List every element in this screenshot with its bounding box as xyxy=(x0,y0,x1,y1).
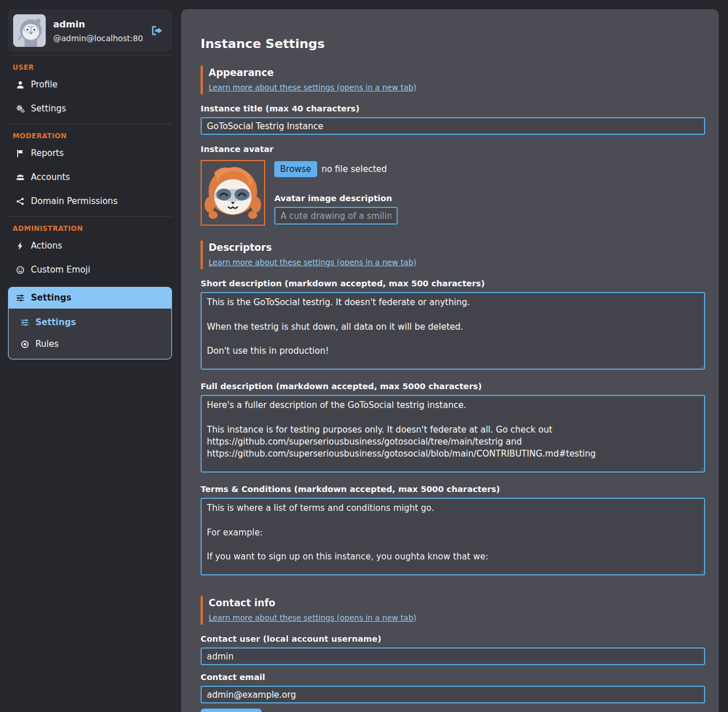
sidebar-item-settings-active[interactable]: Settings xyxy=(8,287,172,309)
avatar-description-label: Avatar image description xyxy=(274,194,398,203)
sidebar-item-label: Actions xyxy=(31,241,62,251)
instance-avatar-row: Browse no file selected Avatar image des… xyxy=(201,160,705,226)
user-handle: @admin@localhost:80... xyxy=(53,34,144,43)
sidebar-item-domain-permissions[interactable]: Domain Permissions xyxy=(8,189,172,213)
dot-circle-icon xyxy=(20,339,29,349)
settings-submenu: Settings Rules xyxy=(8,309,172,359)
instance-title-label: Instance title (max 40 characters) xyxy=(201,104,705,113)
contact-email-input[interactable] xyxy=(201,686,705,703)
settings-nav-block: Settings Settings xyxy=(8,287,172,359)
submenu-item-rules[interactable]: Rules xyxy=(9,333,171,355)
sidebar-item-label: Custom Emoji xyxy=(31,265,90,275)
share-nodes-icon xyxy=(15,197,25,206)
sidebar-item-label: Settings xyxy=(31,103,66,114)
section-heading-administration: ADMINISTRATION xyxy=(8,218,172,234)
submenu-item-settings[interactable]: Settings xyxy=(9,311,171,333)
descriptors-section-header: Descriptors Learn more about these setti… xyxy=(201,241,705,269)
instance-avatar-label: Instance avatar xyxy=(201,145,705,154)
sidebar-item-label: Accounts xyxy=(31,172,70,182)
sidebar-item-label: Domain Permissions xyxy=(31,196,118,206)
gears-icon xyxy=(15,104,25,113)
page-title: Instance Settings xyxy=(201,37,705,51)
appearance-learn-more-link[interactable]: Learn more about these settings (opens i… xyxy=(209,83,416,92)
bolt-icon xyxy=(15,241,25,250)
sidebar-item-user-settings[interactable]: Settings xyxy=(8,97,172,121)
terms-textarea[interactable]: This is where a list of terms and condit… xyxy=(201,498,705,575)
sidebar-item-label: Reports xyxy=(31,148,64,158)
terms-label: Terms & Conditions (markdown accepted, m… xyxy=(201,485,705,494)
short-description-label: Short description (markdown accepted, ma… xyxy=(201,279,705,288)
browse-button[interactable]: Browse xyxy=(274,161,317,177)
avatar-description-input[interactable] xyxy=(274,207,398,225)
logout-icon[interactable] xyxy=(151,25,163,36)
sidebar-item-actions[interactable]: Actions xyxy=(8,234,172,258)
avatar-file-row: Browse no file selected xyxy=(274,161,398,177)
sidebar-item-label: Profile xyxy=(31,79,58,90)
user-card: admin @admin@localhost:80... xyxy=(8,9,172,52)
full-description-label: Full description (markdown accepted, max… xyxy=(201,382,705,391)
sliders-icon xyxy=(15,293,25,302)
full-description-textarea[interactable]: Here's a fuller description of the GoToS… xyxy=(201,395,705,473)
instance-title-input[interactable] xyxy=(201,117,705,135)
users-icon xyxy=(15,173,25,182)
user-avatar xyxy=(13,14,46,47)
sidebar: admin @admin@localhost:80... USER Profil… xyxy=(8,9,172,359)
flag-icon xyxy=(15,149,25,158)
sidebar-section-administration: ADMINISTRATION Actions Custom Emoji xyxy=(8,216,172,359)
submenu-item-label: Rules xyxy=(35,339,58,349)
appearance-heading: Appearance xyxy=(209,67,705,78)
submenu-item-label: Settings xyxy=(35,317,76,327)
user-meta: admin @admin@localhost:80... xyxy=(53,19,144,43)
section-heading-moderation: MODERATION xyxy=(8,125,172,141)
sliders-icon xyxy=(20,318,29,327)
instance-avatar-image xyxy=(201,160,265,226)
avatar-upload-area: Browse no file selected Avatar image des… xyxy=(274,160,398,225)
instance-settings-panel: Instance Settings Appearance Learn more … xyxy=(181,9,719,712)
save-button[interactable]: Save xyxy=(201,709,262,712)
descriptors-learn-more-link[interactable]: Learn more about these settings (opens i… xyxy=(209,258,416,267)
smiley-icon xyxy=(15,265,25,274)
contact-user-input[interactable] xyxy=(201,647,705,665)
descriptors-heading: Descriptors xyxy=(209,242,705,253)
contact-learn-more-link[interactable]: Learn more about these settings (opens i… xyxy=(209,613,416,622)
sidebar-item-accounts[interactable]: Accounts xyxy=(8,165,172,189)
appearance-section-header: Appearance Learn more about these settin… xyxy=(201,66,705,94)
short-description-textarea[interactable]: This is the GoToSocial testrig. It doesn… xyxy=(201,292,705,370)
section-heading-user: USER xyxy=(8,57,172,73)
sidebar-item-profile[interactable]: Profile xyxy=(8,73,172,97)
sidebar-section-user: USER Profile Settings xyxy=(8,55,172,121)
sidebar-section-moderation: MODERATION Reports Accounts xyxy=(8,123,172,213)
contact-user-label: Contact user (local account username) xyxy=(201,634,705,643)
sidebar-item-label: Settings xyxy=(31,293,71,303)
sidebar-item-reports[interactable]: Reports xyxy=(8,141,172,165)
contact-section-header: Contact info Learn more about these sett… xyxy=(201,596,705,625)
contact-heading: Contact info xyxy=(209,597,705,609)
file-status-text: no file selected xyxy=(322,164,387,174)
user-name: admin xyxy=(53,19,144,30)
contact-email-label: Contact email xyxy=(201,673,705,682)
user-icon xyxy=(15,80,25,89)
sidebar-item-custom-emoji[interactable]: Custom Emoji xyxy=(8,258,172,282)
